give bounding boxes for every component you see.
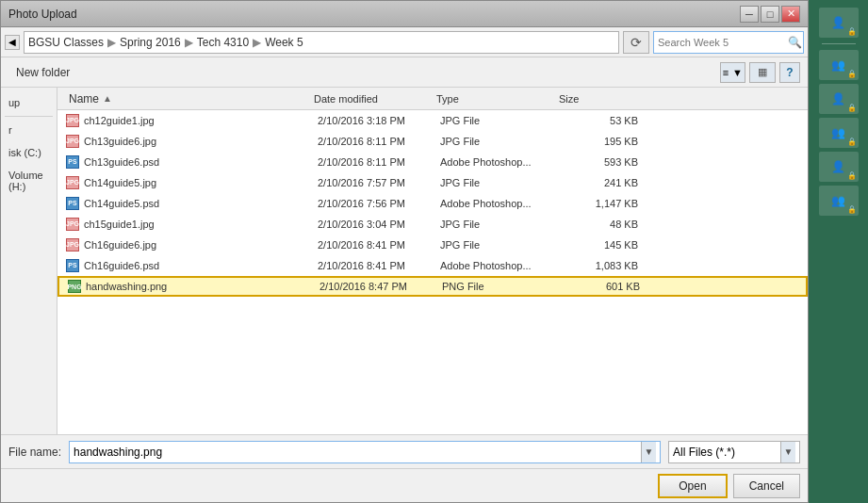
breadcrumb-tech[interactable]: Tech 4310 [197, 36, 249, 49]
table-row[interactable]: PS Ch16guide6.psd 2/10/2016 8:41 PM Adob… [57, 255, 808, 276]
table-row[interactable]: JPG ch15guide1.jpg 2/10/2016 3:04 PM JPG… [57, 214, 808, 235]
toolbar: New folder ≡ ▼ ▦ ? [1, 57, 808, 88]
sidebar: up r isk (C:) Volume (H:) [1, 88, 57, 434]
file-type: PNG File [442, 281, 565, 292]
filename-dropdown-button[interactable]: ▼ [641, 442, 656, 462]
new-folder-button[interactable]: New folder [8, 62, 77, 83]
view-arrow: ▼ [730, 67, 745, 78]
side-panel-icon-1[interactable]: 👤 🔒 [819, 8, 859, 38]
file-type-icon: PNG [67, 279, 82, 294]
cancel-button[interactable]: Cancel [733, 474, 800, 498]
filetype-value: All Files (*.*) [673, 446, 780, 459]
file-type: Adobe Photoshop... [440, 260, 563, 271]
file-date: 2/10/2016 8:41 PM [318, 260, 440, 271]
maximize-button[interactable]: □ [761, 6, 779, 23]
file-name: ch12guide1.jpg [84, 115, 318, 126]
table-row[interactable]: JPG Ch13guide6.jpg 2/10/2016 8:11 PM JPG… [57, 131, 808, 152]
sidebar-item-r[interactable]: r [1, 119, 57, 141]
file-name: Ch16guide6.jpg [84, 239, 318, 251]
side-panel-icon-6[interactable]: 👥 🔒 [819, 186, 859, 216]
breadcrumb-path: BGSU Classes ▶ Spring 2016 ▶ Tech 4310 ▶… [28, 36, 614, 49]
open-button[interactable]: Open [658, 474, 727, 498]
col-header-name[interactable]: Name ▲ [65, 92, 310, 105]
file-date: 2/10/2016 8:47 PM [319, 281, 442, 292]
file-size: 601 KB [565, 281, 640, 292]
psd-icon: PS [66, 155, 79, 169]
file-name: Ch14guide5.psd [84, 198, 318, 209]
col-header-type[interactable]: Type [433, 93, 555, 105]
file-name: Ch13guide6.psd [84, 156, 318, 168]
refresh-button[interactable]: ⟳ [623, 31, 649, 54]
jpg-icon: JPG [66, 176, 79, 189]
breadcrumb-nav: BGSU Classes ▶ Spring 2016 ▶ Tech 4310 ▶… [24, 31, 619, 54]
file-name: ch15guide1.jpg [84, 219, 318, 230]
jpg-icon: JPG [66, 238, 79, 252]
main-area: up r isk (C:) Volume (H:) Name ▲ Date mo… [1, 88, 808, 434]
view-dropdown[interactable]: ≡ ▼ [720, 62, 745, 83]
file-type-icon: JPG [65, 217, 80, 232]
side-panel-icon-2[interactable]: 👥 🔒 [819, 50, 859, 80]
window-title: Photo Upload [8, 8, 77, 21]
search-icon: 🔍 [788, 36, 802, 49]
file-size: 53 KB [563, 115, 638, 126]
help-button[interactable]: ? [779, 62, 800, 83]
title-bar-buttons: ─ □ ✕ [740, 6, 800, 23]
view-icon: ≡ [721, 67, 730, 78]
col-header-size[interactable]: Size [555, 93, 631, 105]
lock-icon-1: 🔒 [847, 27, 857, 36]
file-size: 241 KB [563, 177, 638, 188]
sidebar-item-volume-h[interactable]: Volume (H:) [1, 164, 57, 198]
table-row[interactable]: JPG Ch16guide6.jpg 2/10/2016 8:41 PM JPG… [57, 235, 808, 255]
table-row[interactable]: PNG handwashing.png 2/10/2016 8:47 PM PN… [57, 276, 808, 297]
lock-icon-6: 🔒 [847, 205, 857, 214]
breadcrumb-bar: ◀ BGSU Classes ▶ Spring 2016 ▶ Tech 4310… [1, 27, 808, 57]
side-panel-icon-4[interactable]: 👥 🔒 [819, 118, 859, 148]
filename-label: File name: [8, 446, 61, 459]
user-icon-4: 👥 [831, 126, 845, 139]
user-icon-2: 👥 [831, 58, 845, 72]
user-icon-5: 👤 [831, 160, 845, 173]
lock-icon-3: 🔒 [847, 104, 857, 112]
file-date: 2/10/2016 3:18 PM [318, 115, 440, 126]
side-panel-icon-3[interactable]: 👤 🔒 [819, 84, 859, 114]
table-row[interactable]: JPG ch12guide1.jpg 2/10/2016 3:18 PM JPG… [57, 110, 808, 131]
col-header-date[interactable]: Date modified [310, 93, 433, 105]
file-name: Ch13guide6.jpg [84, 136, 318, 147]
file-name: Ch14guide5.jpg [84, 177, 318, 188]
table-row[interactable]: PS Ch13guide6.psd 2/10/2016 8:11 PM Adob… [57, 152, 808, 172]
action-bar: Open Cancel [1, 468, 808, 502]
sep3: ▶ [253, 36, 261, 49]
file-date: 2/10/2016 8:11 PM [318, 156, 440, 168]
file-area: Name ▲ Date modified Type Size JPG ch12g… [57, 88, 808, 434]
file-type-icon: PS [65, 154, 80, 170]
table-row[interactable]: JPG Ch14guide5.jpg 2/10/2016 7:57 PM JPG… [57, 172, 808, 193]
breadcrumb-spring[interactable]: Spring 2016 [120, 36, 181, 49]
file-name: handwashing.png [86, 281, 319, 292]
file-type-icon: JPG [65, 237, 80, 252]
filetype-dropdown-button[interactable]: ▼ [780, 442, 795, 462]
file-size: 195 KB [563, 136, 638, 147]
close-button[interactable]: ✕ [781, 6, 800, 23]
jpg-icon: JPG [66, 114, 79, 127]
file-type: JPG File [440, 219, 563, 230]
file-type-icon: JPG [65, 134, 80, 149]
filename-input[interactable] [74, 446, 641, 459]
minimize-button[interactable]: ─ [740, 6, 759, 23]
psd-icon: PS [66, 259, 79, 272]
jpg-icon: JPG [66, 135, 79, 148]
back-button[interactable]: ◀ [5, 35, 20, 50]
search-input[interactable] [658, 37, 788, 48]
sidebar-divider [5, 116, 53, 117]
sidebar-item-up[interactable]: up [1, 91, 57, 114]
table-row[interactable]: PS Ch14guide5.psd 2/10/2016 7:56 PM Adob… [57, 193, 808, 214]
breadcrumb-bgsu[interactable]: BGSU Classes [28, 36, 104, 49]
filetype-wrapper: All Files (*.*) ▼ [668, 441, 800, 463]
side-panel-icon-5[interactable]: 👤 🔒 [819, 152, 859, 182]
file-list-header: Name ▲ Date modified Type Size [57, 88, 808, 110]
columns-view-button[interactable]: ▦ [749, 62, 776, 83]
file-type: Adobe Photoshop... [440, 198, 563, 209]
search-box: 🔍 [653, 31, 804, 54]
sidebar-item-disk-c[interactable]: isk (C:) [1, 141, 57, 164]
breadcrumb-week[interactable]: Week 5 [265, 36, 303, 49]
file-size: 145 KB [563, 239, 638, 251]
